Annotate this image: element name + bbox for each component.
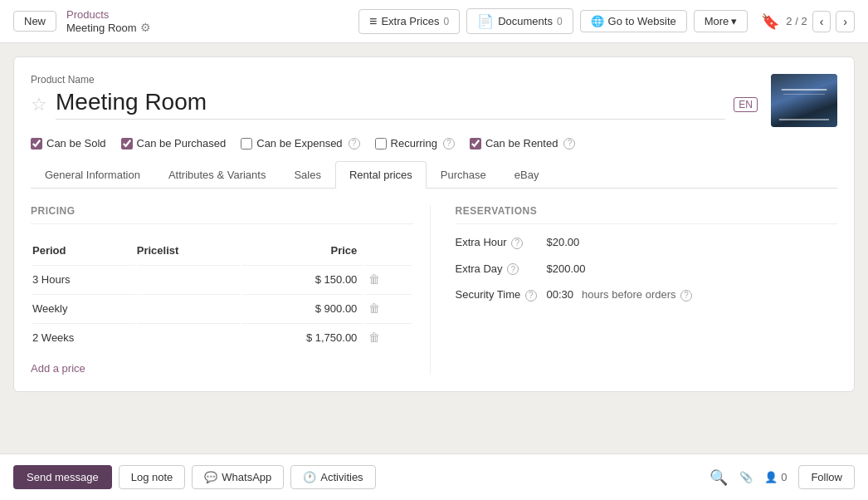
documents-button[interactable]: 📄 Documents 0: [466, 8, 573, 34]
period-cell: 3 Hours: [32, 265, 135, 292]
extra-prices-label: Extra Prices: [381, 15, 439, 27]
recurring-help-icon[interactable]: ?: [443, 138, 455, 150]
record-nav: 2 / 2: [786, 15, 807, 27]
recurring-label: Recurring: [391, 137, 437, 150]
can-be-sold-checkbox[interactable]: Can be Sold: [31, 137, 106, 150]
recurring-input[interactable]: [375, 138, 387, 150]
tab-purchase[interactable]: Purchase: [427, 161, 500, 189]
user-count[interactable]: 👤 0: [764, 471, 787, 483]
table-row: 2 Weeks $ 1,750.00 🗑: [32, 323, 412, 350]
breadcrumb: Products Meeting Room ⚙: [66, 8, 151, 34]
tab-ebay[interactable]: eBay: [500, 161, 553, 189]
security-time-label-text: Security Time: [456, 288, 521, 301]
attachments-button[interactable]: 📎: [739, 471, 753, 483]
pricing-table: Period Pricelist Price 3 Hours $ 150.00 …: [31, 236, 413, 352]
globe-icon: 🌐: [591, 15, 604, 27]
gear-icon[interactable]: ⚙: [140, 21, 151, 34]
security-time-desc-text: hours before orders: [582, 288, 675, 301]
new-button[interactable]: New: [13, 11, 56, 32]
follow-button[interactable]: Follow: [798, 465, 855, 489]
more-label: More: [705, 15, 729, 27]
can-be-rented-checkbox[interactable]: Can be Rented ?: [470, 137, 575, 150]
extra-prices-button[interactable]: ≡ Extra Prices 0: [358, 9, 460, 34]
can-be-expensed-label: Can be Expensed: [256, 137, 342, 150]
delete-cell: 🗑: [365, 323, 411, 350]
go-website-button[interactable]: 🌐 Go to Website: [580, 10, 687, 32]
extra-day-label: Extra Day ?: [456, 262, 539, 276]
rented-help-icon[interactable]: ?: [563, 138, 575, 150]
can-be-expensed-input[interactable]: [241, 138, 252, 150]
delete-row-icon[interactable]: 🗑: [368, 272, 380, 286]
delete-cell: 🗑: [365, 294, 411, 321]
product-image: [771, 74, 837, 127]
bottombar: Send message Log note 💬 WhatsApp 🕐 Activ…: [0, 453, 868, 500]
nav-group: 🔖 2 / 2 ‹ ›: [761, 11, 855, 32]
can-be-rented-input[interactable]: [470, 138, 481, 150]
whatsapp-icon: 💬: [204, 471, 217, 483]
price-cell: $ 1,750.00: [241, 323, 363, 350]
extra-hour-row: Extra Hour ? $20.00: [456, 236, 838, 249]
extra-day-help-icon[interactable]: ?: [507, 263, 519, 275]
bookmark-icon[interactable]: 🔖: [761, 12, 779, 31]
tab-attributes-variants[interactable]: Attributes & Variants: [154, 161, 280, 189]
price-cell: $ 150.00: [241, 265, 363, 292]
send-message-button[interactable]: Send message: [13, 465, 112, 489]
can-be-purchased-checkbox[interactable]: Can be Purchased: [121, 137, 227, 150]
breadcrumb-parent[interactable]: Products: [66, 8, 151, 21]
prev-record-button[interactable]: ‹: [812, 11, 831, 32]
delete-cell: 🗑: [365, 265, 411, 292]
record-position: 2 / 2: [786, 15, 807, 27]
recurring-checkbox[interactable]: Recurring ?: [375, 137, 455, 150]
product-title[interactable]: Meeting Room: [56, 89, 725, 120]
product-image-placeholder: [771, 74, 837, 127]
next-record-button[interactable]: ›: [836, 11, 855, 32]
documents-label: Documents: [498, 15, 553, 27]
product-info: Product Name ☆ Meeting Room EN: [31, 74, 758, 126]
delete-row-icon[interactable]: 🗑: [368, 301, 380, 315]
whatsapp-button[interactable]: 💬 WhatsApp: [192, 465, 284, 489]
document-icon: 📄: [477, 13, 494, 29]
can-be-purchased-input[interactable]: [121, 138, 133, 150]
reservations-section: RESERVATIONS Extra Hour ? $20.00 Extra D…: [431, 205, 838, 375]
pricelist-cell: [137, 323, 240, 350]
user-icon: 👤: [764, 471, 778, 483]
price-header: Price: [241, 238, 363, 263]
language-badge[interactable]: EN: [734, 97, 758, 112]
extra-hour-label: Extra Hour ?: [456, 236, 539, 249]
tab-sales[interactable]: Sales: [280, 161, 335, 189]
attachments-count-value: 0: [781, 471, 787, 483]
period-cell: Weekly: [32, 294, 135, 321]
product-tabs: General Information Attributes & Variant…: [31, 161, 837, 189]
pricing-section: PRICING Period Pricelist Price 3 Hours: [31, 205, 431, 375]
can-be-expensed-checkbox[interactable]: Can be Expensed ?: [241, 137, 359, 150]
favorite-star-icon[interactable]: ☆: [31, 94, 47, 115]
more-button[interactable]: More ▾: [694, 10, 749, 32]
log-note-button[interactable]: Log note: [119, 465, 186, 489]
add-price-link[interactable]: Add a price: [31, 352, 85, 375]
tab-rental-prices[interactable]: Rental prices: [335, 161, 427, 189]
security-time-help-icon[interactable]: ?: [525, 290, 537, 301]
product-header: Product Name ☆ Meeting Room EN: [31, 74, 837, 127]
orders-help-icon[interactable]: ?: [680, 290, 692, 301]
whatsapp-label: WhatsApp: [222, 471, 271, 483]
search-icon[interactable]: 🔍: [710, 468, 728, 487]
period-cell: 2 Weeks: [32, 323, 135, 350]
security-time-label: Security Time ?: [456, 288, 539, 301]
tab-general-information[interactable]: General Information: [31, 161, 154, 189]
price-cell: $ 900.00: [241, 294, 363, 321]
documents-count: 0: [557, 16, 563, 27]
activities-button[interactable]: 🕐 Activities: [290, 465, 375, 489]
extra-hour-help-icon[interactable]: ?: [511, 238, 523, 249]
product-name-label: Product Name: [31, 74, 758, 86]
can-be-sold-input[interactable]: [31, 138, 42, 150]
breadcrumb-current: Meeting Room ⚙: [66, 21, 151, 34]
breadcrumb-current-label: Meeting Room: [66, 22, 137, 34]
extra-hour-value: $20.00: [547, 236, 580, 248]
extra-day-row: Extra Day ? $200.00: [456, 262, 838, 276]
expensed-help-icon[interactable]: ?: [349, 138, 360, 150]
extra-prices-count: 0: [443, 16, 449, 27]
extra-day-label-text: Extra Day: [456, 262, 503, 275]
actions-header: [365, 238, 411, 263]
delete-row-icon[interactable]: 🗑: [368, 331, 380, 344]
go-website-label: Go to Website: [608, 15, 676, 27]
